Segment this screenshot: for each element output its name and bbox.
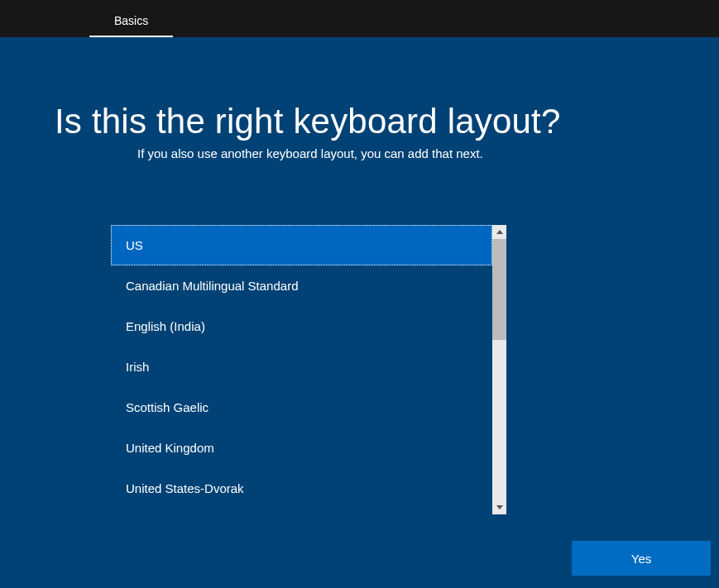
keyboard-layout-item[interactable]: US — [111, 225, 492, 265]
top-bar: Basics — [0, 0, 719, 37]
tab-basics[interactable]: Basics — [89, 4, 173, 37]
keyboard-layout-item[interactable]: United States-Dvorak — [111, 468, 492, 509]
keyboard-layout-item[interactable]: English (India) — [111, 306, 492, 347]
keyboard-layout-item[interactable]: Irish — [111, 347, 492, 387]
keyboard-layout-item[interactable]: Scottish Gaelic — [111, 387, 492, 428]
scroll-track[interactable] — [492, 239, 506, 500]
keyboard-layout-item[interactable]: United Kingdom — [111, 428, 492, 468]
scroll-thumb[interactable] — [492, 239, 506, 340]
page-title: Is this the right keyboard layout? — [55, 102, 664, 141]
scroll-down-arrow-icon[interactable] — [492, 500, 506, 514]
scrollbar[interactable] — [492, 225, 506, 514]
keyboard-layout-item[interactable]: Canadian Multilingual Standard — [111, 265, 492, 306]
keyboard-layout-list[interactable]: USCanadian Multilingual StandardEnglish … — [111, 225, 492, 514]
yes-button[interactable]: Yes — [572, 541, 711, 576]
content-area: Is this the right keyboard layout? If yo… — [0, 102, 719, 514]
keyboard-layout-list-container: USCanadian Multilingual StandardEnglish … — [111, 225, 506, 514]
page-subtitle: If you also use another keyboard layout,… — [137, 146, 664, 160]
scroll-up-arrow-icon[interactable] — [492, 225, 506, 239]
